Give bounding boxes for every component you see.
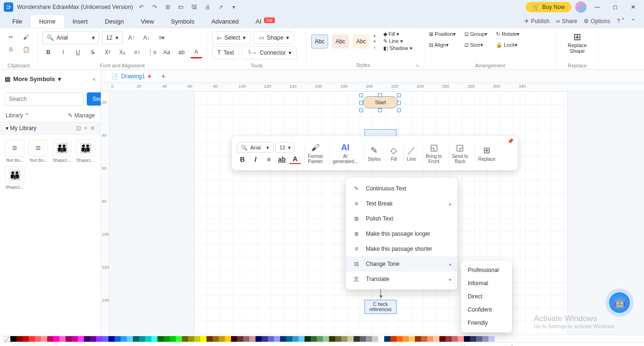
format-painter-button[interactable]: 🖌 [20,31,32,43]
float-font-select[interactable]: 🔍Arial▾ [237,142,273,153]
color-swatch[interactable] [151,336,157,342]
export-button[interactable]: ↗ [216,2,225,12]
redo-button[interactable]: ↷ [150,2,159,12]
color-swatch[interactable] [164,336,170,342]
color-swatch[interactable] [372,336,378,342]
style-scroll-up[interactable]: ▴ [373,33,376,38]
align-menu-button[interactable]: ≡▾ [156,32,168,44]
my-library-toggle[interactable]: ▾ My Library [6,125,36,132]
float-format-painter-button[interactable]: 🖌Format Painter [305,142,326,164]
float-ai-button[interactable]: AIAI generated... [330,142,361,164]
color-swatch[interactable] [329,336,335,342]
color-swatch[interactable] [29,336,35,342]
lib-expand-icon[interactable]: ⊡ [76,125,81,132]
strikethrough-button[interactable]: S̶ [87,46,99,58]
copy-button[interactable]: ⎘ [5,43,17,56]
color-swatch[interactable] [268,336,274,342]
menu-design[interactable]: Design [96,15,132,28]
color-swatch[interactable] [243,336,249,342]
symbol-search-input[interactable] [5,92,84,106]
color-swatch[interactable] [35,336,41,342]
ai-chat-button[interactable]: 🤖 [609,292,630,313]
ctx-change-tone[interactable]: ⊟Change Tone▸ [346,256,457,272]
qat-more-button[interactable]: ▾ [229,2,239,12]
manage-button[interactable]: ✎ Manage [68,112,95,119]
color-swatch[interactable] [323,336,329,342]
rotate-button[interactable]: ↻ Rotate▾ [496,31,520,37]
style-swatch-1[interactable]: Abc [311,34,328,49]
open-button[interactable]: 🗁 [176,2,186,12]
line-spacing-button[interactable]: ≡↕ [131,46,143,58]
color-swatch[interactable] [231,336,237,342]
color-swatch[interactable] [225,336,231,342]
menu-ai[interactable]: AI hot [247,15,283,28]
document-tab[interactable]: 📄 Drawing1 [106,71,157,82]
style-scroll-down[interactable]: ▾ [373,39,376,44]
library-shape-item[interactable]: ≡Text Bo... [28,140,48,163]
color-swatch[interactable] [96,336,102,342]
bold-button[interactable]: B [42,46,54,58]
position-button[interactable]: ⊞ Position▾ [429,31,456,37]
color-swatch[interactable] [72,336,78,342]
color-swatch[interactable] [66,336,72,342]
color-swatch[interactable] [274,336,280,342]
library-shape-item[interactable]: 👪Shape1... [75,140,95,163]
color-swatch[interactable] [182,336,188,342]
color-swatch[interactable] [84,336,90,342]
style-swatch-3[interactable]: Abc [353,34,370,49]
color-swatch[interactable] [347,336,354,342]
decrease-font-button[interactable]: A↓ [140,32,153,44]
float-styles-button[interactable]: ✎Styles [364,145,383,162]
lib-close-icon[interactable]: ✕ [90,125,95,132]
color-swatch[interactable] [421,336,427,342]
save-button[interactable]: 🖫 [190,2,199,12]
style-expand[interactable]: ▿ [373,45,376,50]
new-button[interactable]: ⊞ [163,2,173,12]
user-avatar[interactable] [575,1,586,13]
float-highlight-button[interactable]: ab [276,155,288,164]
float-size-select[interactable]: 12▾ [275,142,294,153]
tone-professional[interactable]: Professional [461,264,512,277]
float-pin-icon[interactable]: 📌 [507,138,514,144]
ctx-make-longer[interactable]: ≣Make this passage longer [346,226,457,241]
lib-add-icon[interactable]: + [84,125,87,132]
color-swatch[interactable] [78,336,84,342]
tone-direct[interactable]: Direct [461,290,512,303]
print-button[interactable]: 🖨 [203,2,212,12]
ctx-text-break[interactable]: ≡Text Break▸ [346,196,457,211]
undo-button[interactable]: ↶ [137,2,146,12]
notifications-button[interactable]: ?● [617,18,624,25]
add-page-button[interactable]: + [62,344,66,346]
buy-now-button[interactable]: 🛒 Buy Now [526,2,571,12]
collapse-ribbon-button[interactable]: ⌃ [631,18,636,25]
connector-tool-button[interactable]: └→Connector ▾ [242,46,297,59]
color-swatch[interactable] [121,336,127,342]
color-swatch[interactable] [170,336,176,342]
color-swatch[interactable] [90,336,96,342]
color-swatch[interactable] [249,336,256,342]
color-swatch[interactable] [378,336,384,342]
float-fill-button[interactable]: ◇Fill [387,145,400,162]
menu-view[interactable]: View [132,15,163,28]
library-shape-item[interactable]: ≡Text Bo... [5,140,25,163]
italic-button[interactable]: I [57,46,69,58]
color-swatch[interactable] [219,336,225,342]
color-swatch[interactable] [206,336,213,342]
color-swatch[interactable] [317,336,323,342]
menu-file[interactable]: File [4,15,31,28]
color-swatch[interactable] [488,336,495,342]
no-color-swatch[interactable] [4,336,10,342]
menu-home[interactable]: Home [31,15,64,28]
color-swatch[interactable] [384,336,390,342]
color-swatch[interactable] [396,336,403,342]
color-swatch[interactable] [237,336,243,342]
group-button[interactable]: ⊡ Group▾ [464,31,487,37]
color-swatch[interactable] [458,336,464,342]
color-swatch[interactable] [464,336,470,342]
menu-insert[interactable]: Insert [64,15,97,28]
tone-confident[interactable]: Confident [461,303,512,316]
color-swatch[interactable] [476,336,482,342]
color-swatch[interactable] [17,336,23,342]
color-swatch[interactable] [139,336,145,342]
new-tab-button[interactable]: + [161,72,165,81]
